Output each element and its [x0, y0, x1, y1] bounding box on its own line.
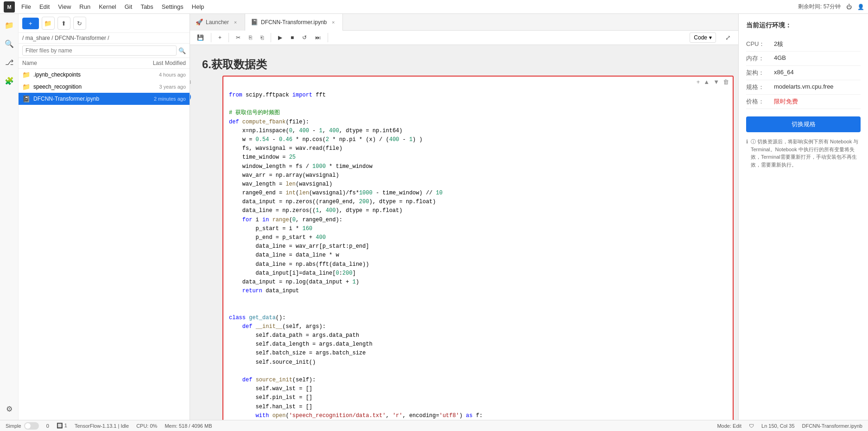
- menu-kernel[interactable]: Kernel: [95, 2, 120, 12]
- rp-cpu-value: 2核: [774, 40, 783, 48]
- cell-move-down-btn[interactable]: ▼: [712, 77, 720, 86]
- timer-label: 剩余时间: 57分钟: [798, 3, 841, 11]
- rp-arch-value: x86_64: [774, 69, 794, 77]
- menu-help[interactable]: Help: [188, 2, 208, 12]
- cell-move-up-btn[interactable]: ▲: [703, 77, 710, 86]
- code-editor[interactable]: from scipy.fftpack import fft # 获取信号的时频图…: [223, 87, 733, 420]
- cell-delete-btn[interactable]: 🗑: [722, 77, 730, 86]
- app-logo: M: [4, 1, 15, 13]
- extensions-icon[interactable]: 🧩: [2, 73, 17, 88]
- stop-btn[interactable]: ■: [287, 32, 297, 43]
- share-button[interactable]: ⤢: [722, 32, 735, 43]
- kernel-select[interactable]: Code ▾: [690, 32, 716, 43]
- fast-forward-btn[interactable]: ⏭: [312, 32, 324, 43]
- sidebar-toolbar: + 📁 ⬆ ↻: [19, 14, 190, 33]
- tab-bar: 🚀 Launcher × 📓 DFCNN-Transformer.ipynb ×: [190, 14, 738, 31]
- menu-edit[interactable]: Edit: [36, 2, 53, 12]
- search-input[interactable]: [22, 45, 177, 56]
- menu-settings[interactable]: Settings: [158, 2, 187, 12]
- kernel-status: TensorFlow-1.13.1 | Idle: [75, 423, 129, 429]
- switch-spec-button[interactable]: 切换规格: [746, 116, 861, 132]
- menu-view[interactable]: View: [54, 2, 75, 12]
- rp-mem-value: 4GB: [774, 54, 786, 63]
- filename-status: DFCNN-Transformer.ipynb: [802, 423, 862, 429]
- menubar-right: 剩余时间: 57分钟 ⏻ 👤: [798, 3, 864, 11]
- run-btn[interactable]: ▶: [275, 32, 285, 43]
- rp-row-cpu: CPU： 2核: [746, 37, 861, 51]
- shield-icon: 🛡: [749, 423, 754, 429]
- cut-btn[interactable]: ✂: [233, 32, 244, 43]
- simple-label: Simple: [6, 423, 21, 429]
- code-cell[interactable]: + ▲ ▼ 🗑 from scipy.fftpack import fft # …: [222, 76, 734, 420]
- simple-mode-toggle[interactable]: Simple: [6, 422, 39, 430]
- file-browser: + 📁 ⬆ ↻ / ma_share / DFCNN-Transformer /…: [19, 14, 190, 420]
- rp-row-spec: 规格： modelarts.vm.cpu.free: [746, 80, 861, 95]
- toolbar-separator-1: [211, 33, 211, 42]
- launcher-tab-icon: 🚀: [196, 19, 203, 26]
- cell-number: 738ms: [190, 79, 191, 90]
- search-icon-btn[interactable]: 🔍: [178, 47, 186, 54]
- rp-arch-label: 架构：: [746, 69, 774, 77]
- new-button[interactable]: +: [22, 18, 39, 29]
- column-modified: Last Modified: [121, 60, 186, 66]
- file-name: .ipynb_checkpoints: [33, 71, 123, 78]
- plus-icon: +: [29, 20, 32, 27]
- save-btn[interactable]: 💾: [194, 32, 207, 43]
- add-cell-btn[interactable]: +: [215, 32, 225, 43]
- toolbar-separator-2: [228, 33, 229, 42]
- rp-row-arch: 架构： x86_64: [746, 66, 861, 80]
- side-icon-bar: 📁 🔍 ⎇ 🧩 ⚙: [0, 14, 19, 420]
- paste-btn[interactable]: ⎗: [257, 32, 267, 43]
- rp-mem-label: 内存：: [746, 54, 774, 63]
- right-panel: 当前运行环境： CPU： 2核 内存： 4GB 架构： x86_64 规格： m…: [738, 14, 868, 420]
- folder-icon: 📁: [22, 83, 31, 90]
- folder-icon: 📁: [22, 71, 31, 78]
- restart-btn[interactable]: ↺: [299, 32, 310, 43]
- run-cell-button[interactable]: ▶: [190, 92, 191, 102]
- cell-gutter: 738ms ▶: [190, 76, 195, 102]
- rp-note: ℹ ⓘ 切换资源后，将影响实例下所有 Notebook 与 Terminal。N…: [746, 138, 861, 168]
- menu-git[interactable]: Git: [121, 2, 136, 12]
- git-icon[interactable]: ⎇: [2, 55, 17, 70]
- file-list-header: Name Last Modified: [19, 58, 190, 69]
- file-name-selected: DFCNN-Transformer.ipynb: [33, 96, 123, 102]
- toolbar-separator-3: [271, 33, 271, 42]
- copy-btn[interactable]: ⎘: [246, 32, 255, 43]
- rp-spec-value: modelarts.vm.cpu.free: [774, 83, 834, 91]
- rp-price-value: 限时免费: [774, 97, 798, 106]
- tab-launcher[interactable]: 🚀 Launcher ×: [190, 14, 245, 31]
- mem-status: Mem: 518 / 4096 MB: [165, 423, 212, 429]
- menu-file[interactable]: File: [18, 2, 35, 12]
- power-icon[interactable]: ⏻: [846, 4, 852, 10]
- file-item[interactable]: 📁 .ipynb_checkpoints 4 hours ago: [19, 69, 190, 81]
- position-status: Ln 150, Col 35: [761, 423, 795, 429]
- tab-launcher-close[interactable]: ×: [232, 19, 239, 26]
- upload-button[interactable]: ⬆: [57, 17, 70, 30]
- cell-header: + ▲ ▼ 🗑: [223, 77, 733, 87]
- file-modified: 3 years ago: [126, 84, 186, 90]
- toolbar-separator-4: [328, 33, 328, 42]
- folder-icon-btn[interactable]: 📁: [42, 17, 55, 30]
- statusbar-right: Mode: Edit 🛡 Ln 150, Col 35 DFCNN-Transf…: [717, 423, 862, 429]
- files-icon[interactable]: 📁: [2, 18, 17, 32]
- notebook-content: 6.获取数据类 738ms ▶ + ▲ ▼ 🗑 from scipy.fftpa…: [190, 45, 738, 420]
- notebook-toolbar: 💾 + ✂ ⎘ ⎗ ▶ ■ ↺ ⏭ Code ▾ ⤢: [190, 31, 738, 45]
- toggle-track[interactable]: [24, 422, 39, 430]
- tab-notebook[interactable]: 📓 DFCNN-Transformer.ipynb ×: [245, 14, 343, 31]
- status-square: 🔲 1: [57, 423, 67, 429]
- user-icon[interactable]: 👤: [857, 4, 864, 10]
- status-zero: 0: [46, 423, 49, 429]
- info-icon: ℹ: [746, 138, 748, 168]
- refresh-button[interactable]: ↻: [73, 17, 86, 30]
- file-item[interactable]: 📁 speech_recognition 3 years ago: [19, 81, 190, 93]
- menu-tabs[interactable]: Tabs: [137, 2, 157, 12]
- search-icon[interactable]: 🔍: [2, 36, 17, 51]
- file-item-selected[interactable]: 📓 DFCNN-Transformer.ipynb 2 minutes ago: [19, 93, 190, 105]
- settings-side-icon[interactable]: ⚙: [2, 401, 17, 416]
- chevron-down-icon: ▾: [709, 34, 712, 41]
- cell-add-above-btn[interactable]: +: [696, 77, 701, 86]
- menu-run[interactable]: Run: [76, 2, 94, 12]
- notebook-icon: 📓: [22, 95, 31, 103]
- tab-notebook-close[interactable]: ×: [329, 19, 337, 26]
- rp-price-label: 价格：: [746, 97, 774, 106]
